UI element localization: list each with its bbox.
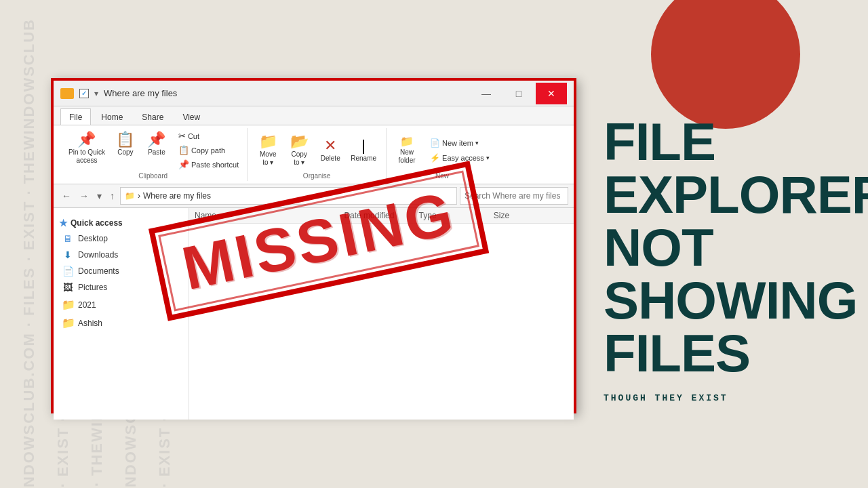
folder-2021-icon: 📁 [62, 298, 74, 311]
tab-view[interactable]: View [174, 108, 209, 125]
ribbon-clipboard-group: 📌 Pin to Quickaccess 📋 Copy 📌 Paste ✂ [59, 128, 248, 181]
title-bar-title: Where are my files [104, 88, 465, 98]
title-line-4: SHOWING [604, 274, 854, 327]
paste-shortcut-icon: 📌 [178, 159, 189, 169]
quick-access-label: Quick access [71, 218, 123, 228]
column-size: Size [494, 211, 568, 220]
maximize-button[interactable]: □ [503, 83, 534, 104]
title-line-2: EXPLORER [604, 168, 854, 221]
forward-button[interactable]: → [77, 189, 92, 203]
close-button[interactable]: ✕ [536, 83, 567, 104]
pin-icon: 📌 [77, 132, 96, 147]
path-folder-icon: 📁 [125, 191, 135, 201]
title-line-3: NOT [604, 221, 854, 274]
quick-access-star-icon: ★ [59, 218, 68, 228]
paste-label: Paste [148, 148, 165, 157]
copy-path-button[interactable]: 📋 Copy path [176, 144, 241, 157]
paste-button[interactable]: 📌 Paste [142, 129, 172, 171]
folder-ashish-icon: 📁 [62, 317, 74, 329]
cut-icon: ✂ [178, 131, 186, 141]
cut-button[interactable]: ✂ Cut [176, 129, 241, 142]
pin-to-quick-access-button[interactable]: 📌 Pin to Quickaccess [64, 129, 109, 171]
stamp-border: MISSING [149, 161, 489, 321]
downloads-icon: ⬇ [62, 249, 74, 260]
subtitle-text: THOUGH THEY EXIST [604, 393, 854, 403]
title-bar-controls: — □ ✕ [471, 83, 567, 104]
minimize-button[interactable]: — [471, 83, 502, 104]
path-arrow: › [138, 191, 140, 201]
up-button[interactable]: ↑ [107, 189, 117, 203]
title-bar-arrow: ▾ [94, 89, 98, 98]
paste-icon: 📌 [147, 132, 165, 147]
paste-shortcut-button[interactable]: 📌 Paste shortcut [176, 158, 241, 171]
watermark-text-1: THEWINDOWSCLUB.COM · FILES · EXIST · THE… [20, 18, 38, 488]
sidebar-label-ashish: Ashish [78, 319, 180, 328]
copy-button[interactable]: 📋 Copy [111, 129, 140, 171]
history-button[interactable]: ▾ [94, 189, 104, 203]
title-line-1: FILE [604, 115, 854, 168]
title-line-5: FILES [604, 327, 854, 380]
right-panel: FILE EXPLORER NOT SHOWING FILES THOUGH T… [583, 0, 868, 488]
pictures-icon: 🖼 [62, 282, 74, 293]
desktop-icon: 🖥 [62, 233, 74, 244]
copy-icon: 📋 [116, 132, 134, 147]
documents-icon: 📄 [62, 266, 74, 277]
tab-home[interactable]: Home [92, 108, 132, 125]
pin-label: Pin to Quickaccess [68, 148, 105, 165]
tab-file[interactable]: File [60, 108, 91, 125]
main-title: FILE EXPLORER NOT SHOWING FILES [604, 115, 854, 380]
stamp-text: MISSING [176, 178, 462, 304]
folder-icon [60, 88, 74, 99]
copy-path-icon: 📋 [178, 145, 189, 155]
move-to-icon: 📁 [259, 134, 277, 149]
clipboard-label: Clipboard [138, 172, 167, 180]
title-bar-checkbox: ✓ [79, 89, 89, 98]
ribbon-tabs: File Home Share View [54, 106, 574, 125]
title-bar: ✓ ▾ Where are my files — □ ✕ [54, 81, 574, 106]
tab-share[interactable]: Share [133, 108, 172, 125]
copy-label: Copy [117, 148, 133, 157]
back-button[interactable]: ← [59, 189, 74, 203]
copy-to-icon: 📂 [290, 134, 309, 149]
